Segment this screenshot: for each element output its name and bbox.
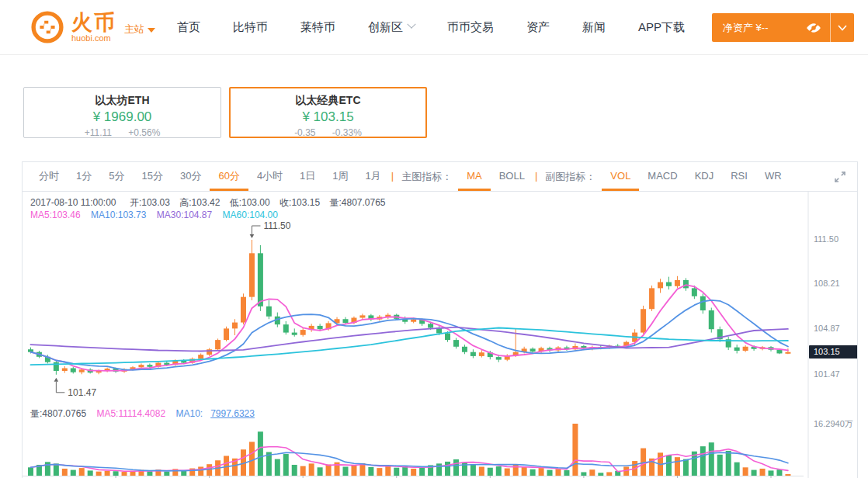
indicator-vol[interactable]: VOL [602,162,639,191]
site-switcher-label: 主站 [124,23,144,36]
ohlc-legend: 2017-08-10 11:00:00 开:103.03 高:103.42 低:… [30,196,393,210]
huobi-logo[interactable]: 火币 huobi.com 主站 [30,9,155,45]
change-amount: -0.35 [294,127,315,138]
period-item-9[interactable]: 1月 [357,162,390,191]
nav-item-4[interactable]: 币币交易 [447,20,494,35]
ma10-value: MA10:103.73 [91,210,146,220]
net-asset-dropdown[interactable] [831,13,854,42]
period-item-8[interactable]: 1周 [324,162,356,191]
symbol-changes: -0.35 -0.33% [231,127,425,138]
price-axis-label: 111.50 [814,234,838,244]
period-item-3[interactable]: 15分 [133,162,171,191]
indicator-boll[interactable]: BOLL [491,162,533,191]
logo-subtitle: huobi.com [71,33,116,43]
symbol-name: 以太经典ETC [231,94,425,108]
chevron-down-icon [407,19,415,28]
nav-item-label: APP下载 [638,20,685,35]
main-indicator-label: 主图指标： [395,162,458,191]
ma60-value: MA60:104.00 [223,210,278,220]
chart-panel: 分时1分5分15分30分60分4小时1日1周1月|主图指标：MABOLL|副图指… [22,161,858,478]
change-amount: +11.11 [85,127,112,138]
main-nav: 首页比特币莱特币创新区币币交易资产新闻APP下载 [177,0,717,55]
nav-item-5[interactable]: 资产 [526,20,550,35]
watchlist-card-eth[interactable]: 以太坊ETH ¥ 1969.00 +11.11 +0.56% [23,87,221,138]
net-asset-main[interactable]: 净资产 ¥-- [712,13,830,42]
eye-hidden-icon[interactable] [805,22,822,34]
chart-toolbar: 分时1分5分15分30分60分4小时1日1周1月|主图指标：MABOLL|副图指… [23,162,857,192]
period-item-2[interactable]: 5分 [100,162,133,191]
period-item-5[interactable]: 60分 [210,162,248,191]
change-percent: +0.56% [128,127,160,138]
nav-item-7[interactable]: APP下载 [638,20,685,35]
candle-datetime: 2017-08-10 11:00:00 [30,197,116,208]
indicator-macd[interactable]: MACD [639,162,686,191]
high-value: 高:103.42 [179,197,220,208]
symbol-name: 以太坊ETH [24,94,220,108]
site-switcher[interactable]: 主站 [124,23,155,36]
volume-ma10: MA10:7997.6323 [175,408,262,419]
volume-axis-label: 16.2940万 [814,418,853,430]
nav-item-label: 莱特币 [300,20,335,35]
volume-ma5: MA5:11114.4082 [96,408,165,419]
net-asset-button[interactable]: 净资产 ¥-- [712,13,854,42]
volume-legend: 量:4807.0765 MA5:11114.4082 MA10:7997.632… [30,407,270,421]
nav-item-label: 创新区 [368,20,403,35]
volume-value: 量:4807.0765 [329,197,385,208]
nav-item-label: 比特币 [233,20,268,35]
symbol-changes: +11.11 +0.56% [24,127,220,138]
price-axis-label: 108.21 [814,279,840,288]
toolbar-divider: | [390,162,395,191]
chevron-down-icon [838,25,847,31]
low-value: 低:103.00 [230,197,270,208]
period-item-6[interactable]: 4小时 [248,162,291,191]
price-axis-label: 101.47 [814,369,840,379]
indicator-ma[interactable]: MA [458,162,491,191]
watchlist-card-etc[interactable]: 以太经典ETC ¥ 103.15 -0.35 -0.33% [229,87,427,138]
ma30-value: MA30:104.87 [157,210,212,220]
indicator-rsi[interactable]: RSI [722,162,756,191]
nav-item-1[interactable]: 比特币 [233,20,268,35]
watchlist: 以太坊ETH ¥ 1969.00 +11.11 +0.56% 以太经典ETC ¥… [23,87,435,138]
volume-current: 量:4807.0765 [30,408,86,419]
svg-text:111.50: 111.50 [263,220,290,231]
nav-item-6[interactable]: 新闻 [582,20,606,35]
huobi-logo-icon [30,9,65,45]
indicator-wr[interactable]: WR [756,162,790,191]
period-item-7[interactable]: 1日 [291,162,324,191]
price-axis-label: 104.87 [814,324,840,333]
fullscreen-button[interactable] [823,162,857,191]
indicator-kdj[interactable]: KDJ [686,162,723,191]
toolbar-spacer [790,162,823,191]
sub-indicator-label: 副图指标： [539,162,602,191]
fullscreen-icon [834,171,846,183]
ma-legend: MA5:103.46 MA10:103.73 MA30:104.87 MA60:… [30,210,286,220]
nav-item-label: 币币交易 [447,20,494,35]
change-percent: -0.33% [332,127,362,138]
symbol-price: ¥ 103.15 [231,109,425,125]
ma5-value: MA5:103.46 [30,210,81,220]
open-value: 开:103.03 [130,197,170,208]
candlestick-chart-canvas[interactable]: 111.50101.47 [23,192,857,478]
nav-item-label: 新闻 [582,20,606,35]
caret-down-icon [148,28,155,33]
svg-text:101.47: 101.47 [68,387,96,398]
period-item-0[interactable]: 分时 [30,162,68,191]
nav-item-label: 首页 [177,20,200,35]
symbol-price: ¥ 1969.00 [24,109,220,125]
period-item-1[interactable]: 1分 [68,162,100,191]
nav-item-label: 资产 [526,20,550,35]
nav-item-3[interactable]: 创新区 [368,20,415,35]
current-price-tag: 103.15 [809,345,857,358]
toolbar-divider: | [533,162,539,191]
close-value: 收:103.15 [279,197,320,208]
logo-title: 火币 [71,12,116,33]
period-item-4[interactable]: 30分 [172,162,210,191]
chart-area[interactable]: 2017-08-10 11:00:00 开:103.03 高:103.42 低:… [23,192,857,478]
net-asset-label: 净资产 ¥-- [723,21,805,35]
top-navigation-bar: 火币 huobi.com 主站 首页比特币莱特币创新区币币交易资产新闻APP下载… [0,0,868,55]
nav-item-2[interactable]: 莱特币 [300,20,335,35]
nav-item-0[interactable]: 首页 [177,20,200,35]
